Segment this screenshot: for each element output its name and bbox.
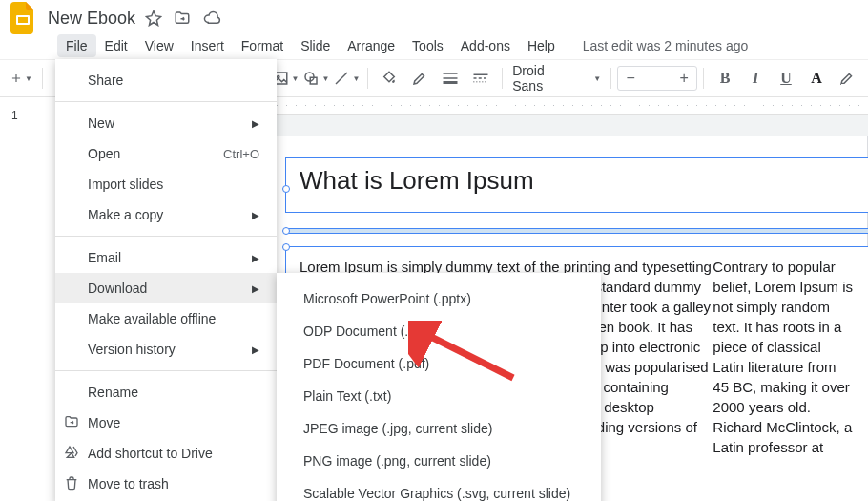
- download-txt[interactable]: Plain Text (.txt): [277, 380, 601, 412]
- menu-rename[interactable]: Rename: [55, 377, 277, 407]
- menu-import-slides[interactable]: Import slides: [55, 169, 277, 199]
- menu-make-available-offline[interactable]: Make available offline: [55, 303, 277, 334]
- border-color-tool[interactable]: [404, 64, 435, 93]
- download-jpeg[interactable]: JPEG image (.jpg, current slide): [277, 412, 601, 445]
- menu-tools[interactable]: Tools: [403, 34, 452, 57]
- slide-number: 1: [11, 109, 18, 122]
- menu-share[interactable]: Share: [55, 65, 277, 95]
- menu-version-history[interactable]: Version history▶: [55, 334, 277, 365]
- menu-view[interactable]: View: [136, 34, 182, 57]
- menu-addons[interactable]: Add-ons: [452, 34, 519, 57]
- highlight-color-button[interactable]: [832, 64, 862, 93]
- download-pptx[interactable]: Microsoft PowerPoint (.pptx): [277, 282, 601, 315]
- cloud-status-icon[interactable]: [202, 10, 221, 27]
- border-weight-tool[interactable]: [435, 64, 465, 93]
- border-dash-tool[interactable]: [465, 64, 496, 93]
- download-pdf[interactable]: PDF Document (.pdf): [277, 347, 601, 380]
- menu-make-copy[interactable]: Make a copy▶: [55, 199, 277, 230]
- menu-move-to-trash[interactable]: Move to trash: [55, 469, 277, 499]
- divider-shape[interactable]: [285, 228, 868, 234]
- menu-open[interactable]: OpenCtrl+O: [55, 138, 277, 169]
- increase-font-button[interactable]: +: [672, 70, 696, 87]
- font-size-control[interactable]: − +: [617, 66, 697, 91]
- svg-rect-1: [18, 17, 28, 23]
- menu-arrange[interactable]: Arrange: [339, 34, 403, 57]
- file-menu-dropdown: Share New▶ OpenCtrl+O Import slides Make…: [55, 59, 277, 501]
- submenu-arrow-icon: ▶: [252, 118, 259, 129]
- submenu-arrow-icon: ▶: [252, 344, 259, 355]
- text-color-button[interactable]: A: [801, 64, 832, 93]
- shortcut-label: Ctrl+O: [223, 147, 259, 161]
- font-family-select[interactable]: Droid Sans ▼: [508, 63, 605, 94]
- trash-icon: [63, 475, 80, 493]
- submenu-arrow-icon: ▶: [252, 210, 259, 220]
- menu-email[interactable]: Email▶: [55, 242, 277, 273]
- move-to-folder-icon[interactable]: [174, 10, 191, 27]
- submenu-arrow-icon: ▶: [252, 283, 259, 294]
- menu-insert[interactable]: Insert: [182, 34, 233, 57]
- download-svg[interactable]: Scalable Vector Graphics (.svg, current …: [277, 477, 601, 501]
- bold-button[interactable]: B: [710, 64, 740, 93]
- font-family-label: Droid Sans: [512, 63, 572, 94]
- menu-move[interactable]: Move: [55, 407, 277, 438]
- menu-bar: File Edit View Insert Format Slide Arran…: [0, 32, 868, 59]
- menu-edit[interactable]: Edit: [96, 34, 136, 57]
- line-tool[interactable]: ▼: [331, 64, 362, 93]
- download-submenu: Microsoft PowerPoint (.pptx) ODP Documen…: [277, 273, 601, 501]
- folder-move-icon: [63, 414, 80, 432]
- title-bar: New Ebook: [0, 0, 868, 32]
- shape-tool[interactable]: ▼: [300, 64, 331, 93]
- menu-new[interactable]: New▶: [55, 108, 277, 138]
- menu-format[interactable]: Format: [233, 34, 292, 57]
- fill-color-tool[interactable]: [374, 64, 404, 93]
- new-slide-button[interactable]: ▼: [6, 64, 36, 93]
- menu-slide[interactable]: Slide: [292, 34, 339, 57]
- document-title[interactable]: New Ebook: [48, 9, 135, 29]
- menu-file[interactable]: File: [57, 34, 96, 57]
- body-paragraph-2: Contrary to popular belief, Lorem Ipsum …: [713, 257, 855, 501]
- last-edit-link[interactable]: Last edit was 2 minutes ago: [583, 38, 749, 53]
- italic-button[interactable]: I: [740, 64, 771, 93]
- decrease-font-button[interactable]: −: [618, 70, 643, 87]
- menu-add-shortcut-to-drive[interactable]: Add shortcut to Drive: [55, 438, 277, 469]
- menu-help[interactable]: Help: [519, 34, 564, 57]
- download-odp[interactable]: ODP Document (.odp): [277, 315, 601, 347]
- star-icon[interactable]: [145, 10, 162, 27]
- submenu-arrow-icon: ▶: [252, 253, 259, 263]
- title-text: What is Lorem Ipsum: [300, 166, 534, 195]
- underline-button[interactable]: U: [771, 64, 801, 93]
- drive-shortcut-icon: [63, 445, 80, 463]
- horizontal-ruler: [219, 97, 868, 115]
- menu-download[interactable]: Download▶: [55, 273, 277, 303]
- download-png[interactable]: PNG image (.png, current slide): [277, 445, 601, 477]
- slides-logo-icon[interactable]: [10, 1, 36, 35]
- title-textbox[interactable]: What is Lorem Ipsum: [285, 157, 868, 213]
- slide-panel: 1: [0, 97, 57, 501]
